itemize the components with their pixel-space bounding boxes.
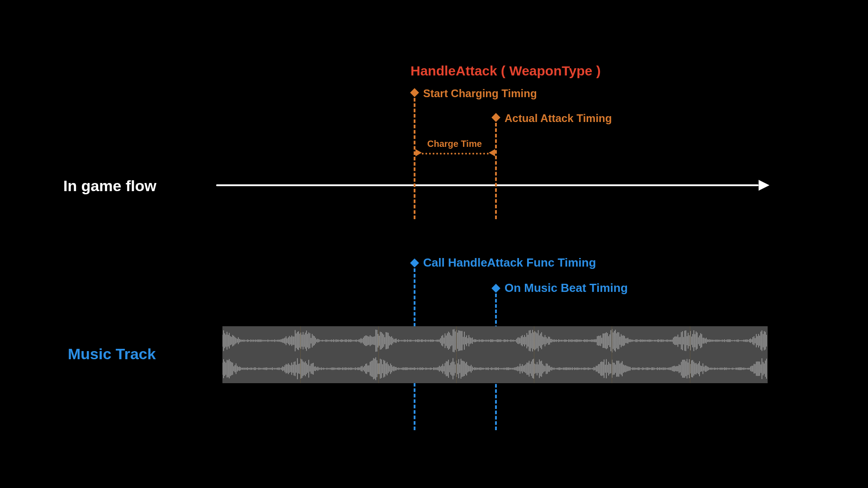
beat-gridline	[378, 326, 379, 383]
label-call-handleattack: Call HandleAttack Func Timing	[423, 256, 596, 270]
beat-gridline	[690, 326, 690, 383]
waveform-channel-bottom	[222, 357, 768, 380]
beat-gridline	[612, 326, 612, 383]
diamond-icon	[491, 284, 500, 293]
beat-gridline	[456, 326, 457, 383]
marker-actual-attack	[495, 117, 497, 219]
label-actual-attack: Actual Attack Timing	[505, 112, 612, 125]
flow-track-label: In game flow	[63, 177, 156, 195]
flow-arrow-head-icon	[759, 180, 769, 191]
waveform-channel-top	[222, 329, 768, 352]
label-on-beat: On Music Beat Timing	[505, 281, 628, 295]
diagram-title: HandleAttack ( WeaponType )	[410, 63, 601, 79]
label-start-charging: Start Charging Timing	[423, 87, 537, 100]
triangle-right-icon	[415, 149, 422, 156]
music-track-label: Music Track	[68, 345, 156, 363]
beat-gridline	[534, 326, 534, 383]
label-charge-time: Charge Time	[427, 139, 482, 149]
diamond-icon	[410, 258, 419, 267]
flow-arrow-line	[216, 184, 759, 186]
diamond-icon	[491, 113, 500, 122]
audio-waveform-track	[222, 326, 768, 383]
triangle-left-icon	[489, 149, 495, 156]
charge-time-span	[422, 153, 489, 155]
diagram-canvas: { "title": "HandleAttack ( WeaponType )"…	[0, 0, 868, 488]
beat-gridline	[300, 326, 301, 383]
diamond-icon	[410, 88, 419, 97]
